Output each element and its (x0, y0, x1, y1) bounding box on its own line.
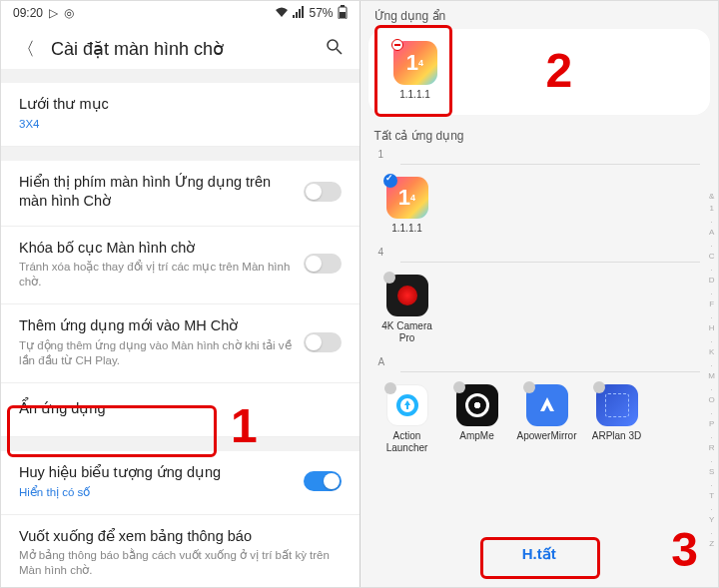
toggle-off[interactable] (304, 182, 342, 202)
unchecked-icon[interactable] (384, 382, 396, 394)
app-action-launcher[interactable]: Action Launcher (374, 384, 440, 454)
setting-label: Ẩn ứng dụng (19, 399, 342, 419)
app-4k-camera[interactable]: 4K Camera Pro (374, 275, 440, 344)
unchecked-icon[interactable] (593, 381, 605, 393)
setting-show-apps-button[interactable]: Hiển thị phím màn hình Ứng dụng trên màn… (1, 161, 360, 227)
setting-sub: Hiển thị có số (19, 485, 294, 500)
search-icon[interactable] (326, 38, 344, 61)
instagram-icon: ◎ (64, 6, 74, 20)
svg-line-4 (337, 49, 342, 54)
remove-icon[interactable] (391, 39, 403, 51)
setting-icon-badges[interactable]: Huy hiệu biểu tượng ứng dụng Hiển thị có… (1, 451, 360, 515)
setting-grid[interactable]: Lưới thư mục 3X4 (1, 83, 360, 147)
wifi-icon (275, 6, 289, 21)
setting-sub: Tự động thêm ứng dụng vào Màn hình chờ k… (19, 338, 294, 368)
toggle-off[interactable] (304, 254, 342, 274)
setting-label: Hiển thị phím màn hình Ứng dụng trên màn… (19, 173, 294, 212)
setting-label: Lưới thư mục (19, 95, 342, 115)
page-title: Cài đặt màn hình chờ (51, 38, 310, 60)
unchecked-icon[interactable] (383, 272, 395, 284)
signal-icon (293, 6, 305, 21)
annotation-number-3: 3 (671, 522, 698, 577)
svg-rect-2 (340, 12, 346, 18)
setting-label: Thêm ứng dụng mới vào MH Chờ (19, 316, 294, 336)
svg-point-3 (328, 40, 338, 50)
app-name: Action Launcher (374, 430, 440, 454)
status-battery: 57% (309, 6, 333, 20)
hidden-apps-container: 14 1.1.1.1 (368, 29, 711, 115)
back-icon[interactable]: 〈 (17, 37, 35, 61)
setting-sub: Mở bảng thông báo bằng cách vuốt xuống ở… (19, 548, 342, 578)
app-icon-arplan (596, 384, 638, 426)
svg-rect-1 (341, 5, 345, 7)
index-1: 1 (360, 147, 719, 162)
app-icon-4k (386, 275, 428, 316)
toggle-off[interactable] (304, 332, 342, 352)
app-apowermirror[interactable]: ApowerMirror (514, 384, 580, 454)
setting-label: Huy hiệu biểu tượng ứng dụng (19, 463, 294, 483)
app-name: 4K Camera Pro (374, 320, 440, 344)
hidden-app-1111[interactable]: 14 1.1.1.1 (382, 41, 448, 101)
all-apps-title: Tất cả ứng dụng (360, 115, 719, 147)
setting-lock-layout[interactable]: Khóa bố cục Màn hình chờ Tránh xóa hoặc … (1, 227, 360, 304)
app-name: ARPlan 3D (584, 430, 650, 442)
play-store-icon: ▷ (49, 6, 58, 20)
app-name: 1.1.1.1 (374, 223, 440, 235)
settings-pane: 09:20 ▷ ◎ 57% 〈 Cài đặt màn hình chờ Lướ… (1, 1, 360, 587)
app-icon-1111: 14 (393, 41, 437, 85)
app-ampme[interactable]: AmpMe (444, 384, 510, 454)
setting-label: Khóa bố cục Màn hình chờ (19, 239, 294, 259)
setting-sub: Tránh xóa hoặc thay đổi vị trí các mục t… (19, 260, 294, 290)
setting-value: 3X4 (19, 117, 342, 132)
index-A: A (360, 354, 719, 369)
battery-icon (338, 5, 348, 22)
unchecked-icon[interactable] (523, 381, 535, 393)
toggle-on[interactable] (304, 471, 342, 491)
setting-swipe-notifications[interactable]: Vuốt xuống để xem bảng thông báo Mở bảng… (1, 515, 360, 587)
app-name: 1.1.1.1 (382, 89, 448, 101)
app-name: ApowerMirror (514, 430, 580, 442)
status-bar: 09:20 ▷ ◎ 57% (1, 1, 360, 25)
app-icon-ampme (456, 384, 498, 426)
hidden-apps-title: Ứng dụng ẩn (360, 1, 719, 29)
index-4: 4 (360, 245, 719, 260)
az-index-scroller[interactable]: & 1 . A . C . D . F . H . K . M . O . P … (708, 191, 715, 550)
hide-apps-pane: Ứng dụng ẩn 14 1.1.1.1 Tất cả ứng dụng 1… (360, 1, 719, 587)
status-time: 09:20 (13, 6, 43, 20)
unchecked-icon[interactable] (453, 381, 465, 393)
settings-header: 〈 Cài đặt màn hình chờ (1, 25, 360, 69)
setting-hide-apps[interactable]: Ẩn ứng dụng (1, 383, 360, 438)
app-icon-apower (526, 384, 568, 426)
done-button[interactable]: H.tất (482, 535, 596, 573)
app-icon-action (386, 384, 428, 426)
app-arplan[interactable]: ARPlan 3D (584, 384, 650, 454)
checked-icon[interactable] (383, 174, 397, 188)
setting-add-new-apps[interactable]: Thêm ứng dụng mới vào MH Chờ Tự động thê… (1, 304, 360, 382)
app-icon-1111: 14 (386, 177, 428, 219)
app-1111[interactable]: 14 1.1.1.1 (374, 177, 440, 235)
setting-label: Vuốt xuống để xem bảng thông báo (19, 527, 342, 547)
app-name: AmpMe (444, 430, 510, 442)
